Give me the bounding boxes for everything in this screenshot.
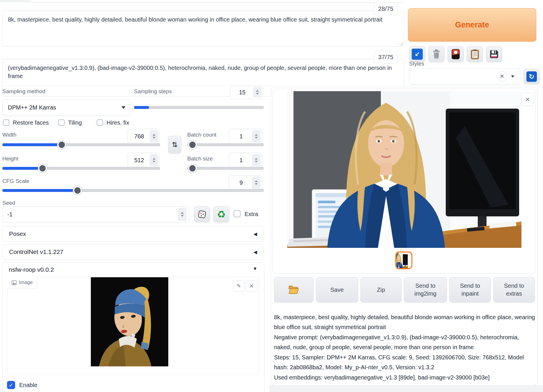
stepper-icon[interactable] (252, 176, 261, 189)
batch-size-input[interactable]: 1 (229, 153, 262, 168)
batch-size-label: Batch size (187, 156, 213, 162)
refresh-icon: ↻ (526, 71, 537, 82)
stepper-icon[interactable] (150, 130, 158, 142)
edit-image-button[interactable]: ✎ (233, 280, 245, 292)
batch-count-input[interactable]: 1 (229, 129, 262, 144)
width-input[interactable]: 768 (127, 129, 160, 144)
stepper-icon[interactable] (150, 154, 158, 166)
stepper-icon[interactable] (178, 208, 187, 221)
paste-arrow-icon: ↙ (412, 49, 423, 60)
slider-handle[interactable] (73, 186, 82, 195)
cfg-scale-slider[interactable] (2, 189, 264, 192)
tiling-label: Tiling (68, 119, 82, 126)
gallery-thumbnail-selected[interactable] (395, 252, 412, 269)
thumbnail-image (396, 252, 411, 268)
remove-image-button[interactable]: ✕ (246, 280, 257, 292)
styles-dropdown[interactable]: ✕ (409, 68, 520, 84)
image-icon (12, 280, 17, 285)
restore-faces-checkbox[interactable] (3, 119, 9, 126)
styles-label: Styles (409, 61, 424, 67)
height-slider[interactable] (2, 167, 160, 170)
send-to-extras-button[interactable]: Send to extras (493, 277, 535, 303)
generated-image[interactable] (287, 91, 521, 248)
hires-fix-checkbox[interactable] (97, 119, 103, 126)
sampling-method-dropdown[interactable]: DPM++ 2M Karras (2, 99, 131, 116)
prompt-text: 8k, masterpiece, best quality, highly de… (8, 16, 382, 23)
roop-enable-label: Enable (19, 382, 37, 389)
height-label: Height (2, 156, 18, 162)
chevron-left-icon: ◀ (254, 249, 257, 255)
top-gap (0, 0, 31, 2)
roop-source-image[interactable] (91, 277, 168, 366)
model-card-button[interactable] (448, 46, 464, 62)
clear-styles-icon[interactable]: ✕ (497, 71, 507, 82)
chevron-down-icon[interactable] (511, 75, 514, 77)
open-folder-button[interactable] (274, 277, 314, 303)
seed-extra-label: Extra (245, 211, 258, 218)
seed-input[interactable]: -1 (2, 206, 189, 223)
seed-extra-checkbox[interactable] (234, 210, 240, 217)
apply-styles-button[interactable] (467, 46, 483, 62)
roop-accordion-title[interactable]: nsfw-roop v0.0.2 (9, 266, 54, 273)
roop-image-label: Image (19, 280, 33, 285)
save-button[interactable]: Save (316, 277, 358, 303)
sampling-steps-slider[interactable] (134, 106, 264, 109)
stepper-icon[interactable] (252, 130, 261, 142)
refresh-styles-button[interactable]: ↻ (523, 69, 540, 84)
stepper-icon[interactable] (252, 154, 261, 166)
seed-label: Seed (2, 200, 15, 206)
width-label: Width (2, 132, 17, 138)
sampling-method-value: DPM++ 2M Karras (8, 104, 56, 111)
swap-dimensions-button[interactable]: ⇅ (168, 136, 181, 154)
send-to-img2img-button[interactable]: Send to img2img (404, 277, 447, 303)
slider-handle[interactable] (57, 140, 66, 149)
resize-handle-icon[interactable] (399, 41, 403, 45)
send-to-inpaint-button[interactable]: Send to inpaint (449, 277, 491, 303)
stepper-icon[interactable] (253, 87, 262, 98)
paste-params-button[interactable]: ↙ (409, 46, 425, 62)
recycle-icon: ♻ (217, 209, 226, 220)
hires-fix-label: Hires. fix (107, 119, 129, 126)
floppy-icon (489, 50, 499, 59)
width-slider[interactable] (2, 143, 160, 146)
cfg-scale-label: CFG Scale (2, 178, 29, 184)
generate-button[interactable]: Generate (408, 8, 536, 42)
pencil-icon: ✎ (236, 283, 241, 289)
roop-image-tab: Image (7, 277, 38, 289)
tiling-checkbox[interactable] (58, 119, 65, 126)
posex-accordion[interactable]: Posex ◀ (2, 226, 264, 242)
top-cutoff-panel (31, 0, 404, 3)
dice-icon (198, 210, 206, 219)
trash-icon (432, 49, 441, 59)
chevron-left-icon: ◀ (254, 231, 257, 237)
prompt-input[interactable]: 8k, masterpiece, best quality, highly de… (2, 10, 404, 47)
cfg-scale-input[interactable]: 9 (229, 175, 262, 190)
swap-arrows-icon: ⇅ (172, 141, 178, 149)
generation-info: 8k, masterpiece, best quality, highly de… (274, 312, 536, 392)
clipboard-icon (471, 49, 479, 59)
roop-enable-checkbox[interactable]: ✓ (7, 381, 15, 389)
controlnet-accordion[interactable]: ControlNet v1.1.227 ◀ (2, 244, 264, 260)
close-gallery-button[interactable]: ✕ (521, 93, 534, 106)
model-card-icon (452, 49, 460, 59)
slider-handle[interactable] (188, 164, 197, 173)
slider-handle[interactable] (188, 140, 197, 149)
clear-prompt-button[interactable] (428, 46, 445, 62)
geninfo-embeddings: Used embeddings: verybadimagenegative_v1… (274, 372, 536, 382)
geninfo-prompt: 8k, masterpiece, best quality, highly de… (274, 312, 536, 332)
height-input[interactable]: 512 (127, 153, 160, 168)
chevron-down-icon[interactable]: ▼ (253, 266, 257, 271)
geninfo-negative: Negative prompt: (verybadimagenegative_v… (274, 332, 536, 352)
section-divider (0, 86, 543, 86)
prompt-token-counter: 28/75 (374, 2, 398, 15)
slider-handle[interactable] (38, 164, 47, 173)
batch-count-slider[interactable] (187, 143, 264, 146)
zip-button[interactable]: Zip (360, 277, 401, 303)
reuse-seed-button[interactable]: ♻ (213, 206, 229, 223)
negative-token-counter: 37/75 (374, 51, 398, 63)
save-style-button[interactable] (486, 46, 502, 62)
close-icon: ✕ (525, 96, 530, 103)
batch-size-slider[interactable] (187, 167, 264, 170)
random-seed-button[interactable] (194, 206, 210, 223)
sampling-steps-input[interactable]: 15 (230, 86, 263, 99)
